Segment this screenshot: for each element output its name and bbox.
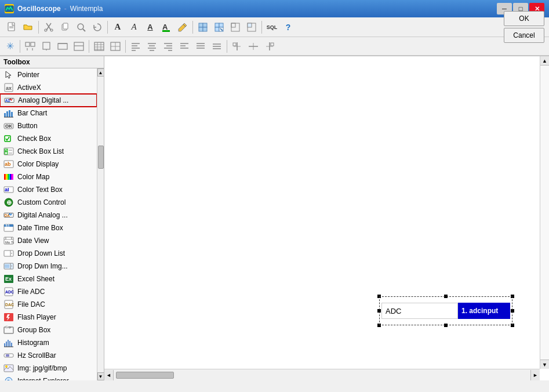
tb2-align3-button[interactable] [161,39,176,54]
toolbox-item-activex[interactable]: ax ActiveX [0,81,97,94]
tb-italic-button[interactable]: A [126,20,141,35]
toolbox-item-activex-label: ActiveX [17,84,41,92]
canvas-hscroll-thumb[interactable] [116,372,174,379]
tb-underline-button[interactable]: A [143,20,158,35]
canvas-scroll-left[interactable]: ◄ [104,370,114,380]
toolbox-item-date-time-box[interactable]: 31 Date Time Box [0,222,97,234]
toolbox-item-analog-digital[interactable]: AD Analog Digital ... [0,94,97,107]
svg-rect-34 [58,43,67,49]
tb-help-button[interactable]: ? [281,20,296,35]
scrollbar-down-arrow[interactable]: ▼ [97,372,104,380]
tb-sql-button[interactable]: SQL [264,20,279,35]
adc-input-value[interactable]: 1. adcinput [458,303,510,319]
svg-point-141 [5,365,8,368]
toolbox-item-color-text-box[interactable]: aI Color Text Box [0,183,97,196]
toolbox-item-internet-explorer[interactable]: e Internet Explorer [0,375,97,380]
toolbox-item-flash-player[interactable]: Flash Player [0,311,97,324]
toolbox-item-bar-chart[interactable]: Bar Chart [0,107,97,119]
toolbox-item-img-jpg[interactable]: Img: jpg/gif/bmp [0,362,97,375]
check-box-icon [3,133,14,144]
tb-pen-button[interactable] [175,20,190,35]
canvas-scrollbar-bottom[interactable]: ◄ ► [104,369,540,380]
tb2-b1-button[interactable] [23,39,38,54]
tb2-b2-button[interactable] [39,39,54,54]
tb-paste-button[interactable] [212,20,227,35]
svg-rect-135 [9,341,10,347]
scrollbar-thumb[interactable] [98,146,104,169]
tb-find-button[interactable] [74,20,89,35]
svg-text:⊕: ⊕ [6,199,12,206]
svg-rect-139 [6,354,9,357]
toolbox-item-digital-analog[interactable]: DA Digital Analog ... [0,209,97,222]
toolbox-item-custom-control[interactable]: ⊕ Custom Control [0,196,97,209]
canvas-scroll-right[interactable]: ► [530,370,540,380]
tb2-align2-button[interactable] [144,39,159,54]
toolbox-item-hz-scrollbar[interactable]: Hz ScrollBar [0,349,97,362]
adc-widget-wrapper[interactable]: ADC 1. adcinput [379,296,512,325]
tb-refresh-button[interactable] [90,20,105,35]
toolbox-item-drop-dwn-img-label: Drop Dwn Img... [17,262,68,270]
canvas-scroll-down[interactable]: ▼ [540,360,549,369]
tb2-grid1-button[interactable] [92,39,107,54]
tb2-anchor2-button[interactable] [246,39,261,54]
svg-rect-133 [6,342,7,347]
toolbox-item-color-display[interactable]: ab Color Display [0,158,97,170]
title-bar: Oscilloscope - Wintempla ─ □ ✕ [0,0,549,17]
svg-rect-18 [203,27,207,31]
toolbox-item-drop-dwn-img[interactable]: Drop Dwn Img... [0,260,97,273]
tb2-align6-button[interactable] [209,39,224,54]
group-box-icon: Grp [3,325,14,335]
toolbox-item-date-view[interactable]: Mo Tu We Date View [0,234,97,247]
toolbox-item-histogram[interactable]: Histogram [0,336,97,349]
tb2-b4-button[interactable] [71,39,86,54]
tb-align-button[interactable] [228,20,243,35]
toolbox-item-drop-down-list[interactable]: Drop Down List [0,247,97,260]
canvas-scroll-up[interactable]: ▲ [540,56,549,66]
tb-cut-button[interactable] [41,20,56,35]
tb2-grid2-button[interactable] [108,39,123,54]
toolbox-item-pointer-label: Pointer [17,71,39,79]
toolbox-list[interactable]: Pointer ax ActiveX AD [0,68,97,380]
toolbox-item-color-text-box-label: Color Text Box [17,186,63,194]
tb2-align5-button[interactable] [193,39,208,54]
ok-button[interactable]: OK [504,11,544,26]
tb2-align4-button[interactable] [177,39,192,54]
tb-open-button[interactable] [21,20,36,35]
svg-text:A: A [162,23,168,31]
tb2-anchor3-button[interactable] [262,39,277,54]
app-title: Oscilloscope [17,5,61,13]
toolbox-item-check-box-list[interactable]: Check Box List [0,145,97,158]
tb2-align1-button[interactable] [128,39,143,54]
svg-rect-21 [215,27,219,31]
toolbox-item-excel-sheet[interactable]: Ex Excel Sheet [0,273,97,285]
tb2-snowflake-button[interactable]: ✳ [2,39,17,54]
tb2-b3-button[interactable] [55,39,70,54]
toolbox-item-color-map[interactable]: Color Map [0,170,97,183]
toolbox-item-group-box[interactable]: Grp Group Box [0,324,97,336]
toolbox-item-check-box[interactable]: Check Box [0,132,97,145]
toolbox-header: Toolbox [0,56,104,68]
svg-text:ADC: ADC [5,290,14,294]
toolbox-item-button[interactable]: OK Button [0,119,97,132]
tb-table-button[interactable] [244,20,259,35]
title-bar-left: Oscilloscope - Wintempla [5,4,103,13]
canvas-scrollbar-right[interactable]: ▲ ▼ [540,56,549,369]
svg-line-11 [83,29,85,31]
svg-text:aI: aI [5,187,9,193]
svg-rect-15 [199,23,203,27]
toolbox-item-file-adc[interactable]: ADC File ADC [0,285,97,298]
tb2-anchor1-button[interactable] [230,39,245,54]
canvas-area[interactable]: ▲ ▼ ◄ ► [104,56,549,380]
tb-copy2-button[interactable] [195,20,210,35]
tb-bold-button[interactable]: A [110,20,125,35]
toolbox-scrollbar[interactable]: ▲ ▼ [97,68,104,380]
cancel-button[interactable]: Cancel [504,28,544,43]
toolbox-item-file-dac[interactable]: DAC File DAC [0,298,97,311]
tb-color-button[interactable]: A [159,20,174,35]
svg-rect-28 [26,42,30,46]
tb-copy-button[interactable] [57,20,72,35]
color-text-box-icon: aI [3,184,14,195]
toolbox-item-pointer[interactable]: Pointer [0,68,97,81]
scrollbar-up-arrow[interactable]: ▲ [97,68,104,77]
tb-new-button[interactable] [5,20,20,35]
